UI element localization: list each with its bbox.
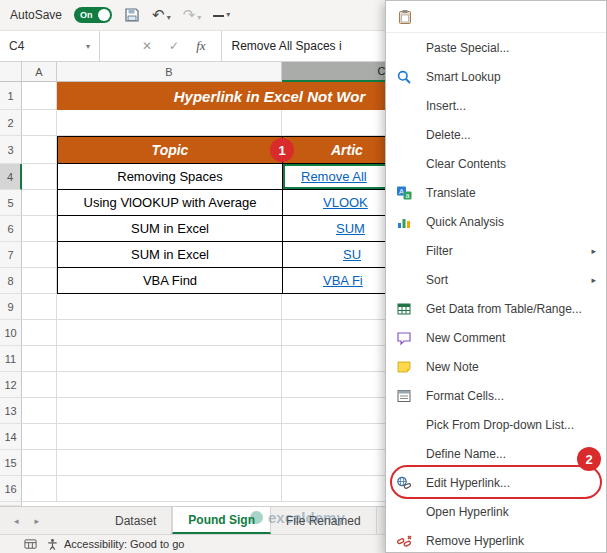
cancel-icon[interactable]: ✕ [142, 39, 152, 53]
menu-item-quick-analysis[interactable]: Quick Analysis [386, 207, 606, 236]
cell-a15[interactable] [22, 450, 57, 476]
menu-item-insert[interactable]: Insert... [386, 91, 606, 120]
cell-b16[interactable] [57, 476, 282, 502]
menu-item-new-note[interactable]: New Note [386, 352, 606, 381]
cell-a4[interactable] [22, 164, 57, 190]
row-header-6[interactable]: 6 [0, 216, 22, 242]
row-header-3[interactable]: 3 [0, 136, 22, 164]
menu-item-define-name[interactable]: Define Name... [386, 439, 606, 468]
menu-item-label: Open Hyperlink [426, 505, 509, 519]
row-header-2[interactable]: 2 [0, 110, 22, 136]
menu-item-filter[interactable]: Filter ▸ [386, 236, 606, 265]
menu-item-label: Format Cells... [426, 389, 504, 403]
cell-a1[interactable] [22, 82, 57, 110]
menu-item-label: Clear Contents [426, 157, 506, 171]
menu-item-label: Paste Special... [426, 41, 509, 55]
insert-function-button[interactable]: fx [196, 38, 205, 54]
row-header-10[interactable]: 10 [0, 320, 22, 346]
cell-b5[interactable]: Using VlOOKUP with Average [57, 190, 282, 216]
tab-scroll-right-icon[interactable]: ▸ [35, 516, 40, 526]
sheet-tab-file-renamed[interactable]: File Renamed [271, 507, 377, 534]
menu-item-label: Get Data from Table/Range... [426, 302, 582, 316]
cell-b9[interactable] [57, 294, 282, 320]
menu-item-paste-special[interactable]: Paste Special... [386, 33, 606, 62]
row-header-9[interactable]: 9 [0, 294, 22, 320]
name-box[interactable]: C4 ▾ [0, 31, 100, 61]
cell-a16[interactable] [22, 476, 57, 502]
cell-b11[interactable] [57, 346, 282, 372]
menu-item-pick-from-list[interactable]: Pick From Drop-down List... [386, 410, 606, 439]
chevron-down-icon: ▾ [86, 42, 90, 51]
tab-scroll-left-icon[interactable]: ◂ [14, 516, 19, 526]
cell-b4[interactable]: Removing Spaces [57, 164, 282, 190]
row-header-16[interactable]: 16 [0, 476, 22, 502]
paste-clipboard-icon[interactable] [397, 9, 413, 25]
table-icon [396, 301, 412, 317]
menu-item-remove-hyperlink[interactable]: Remove Hyperlink [386, 526, 606, 553]
menu-item-format-cells[interactable]: Format Cells... [386, 381, 606, 410]
cell-a10[interactable] [22, 320, 57, 346]
cell-b14[interactable] [57, 424, 282, 450]
cell-a9[interactable] [22, 294, 57, 320]
menu-item-label: New Comment [426, 331, 505, 345]
cell-b2[interactable] [57, 110, 282, 136]
cell-b13[interactable] [57, 398, 282, 424]
cell-b12[interactable] [57, 372, 282, 398]
cell-a13[interactable] [22, 398, 57, 424]
column-header-a[interactable]: A [22, 62, 57, 82]
enter-check-icon[interactable]: ✓ [169, 39, 179, 53]
row-header-7[interactable]: 7 [0, 242, 22, 268]
cell-a8[interactable] [22, 268, 57, 294]
customize-toolbar-button[interactable]: ▾ [213, 10, 230, 21]
undo-button[interactable]: ↶ ▾ [152, 6, 171, 24]
cell-b7[interactable]: SUM in Excel [57, 242, 282, 268]
toggle-knob-icon [98, 9, 110, 21]
menu-item-delete[interactable]: Delete... [386, 120, 606, 149]
table-header-topic[interactable]: Topic [57, 136, 282, 164]
cell-a12[interactable] [22, 372, 57, 398]
cell-b10[interactable] [57, 320, 282, 346]
context-menu: Paste Special... Smart Lookup Insert... … [385, 0, 607, 553]
menu-item-smart-lookup[interactable]: Smart Lookup [386, 62, 606, 91]
sheet-tab-pound-sign[interactable]: Pound Sign [172, 507, 271, 534]
select-all-corner[interactable] [0, 62, 22, 82]
sheet-tab-dataset[interactable]: Dataset [100, 507, 172, 534]
accessibility-status[interactable]: Accessibility: Good to go [46, 538, 184, 551]
row-header-11[interactable]: 11 [0, 346, 22, 372]
menu-item-label: Delete... [426, 128, 471, 142]
row-header-5[interactable]: 5 [0, 190, 22, 216]
row-header-14[interactable]: 14 [0, 424, 22, 450]
menu-item-sort[interactable]: Sort ▸ [386, 265, 606, 294]
cell-b6[interactable]: SUM in Excel [57, 216, 282, 242]
cell-b15[interactable] [57, 450, 282, 476]
autosave-toggle[interactable]: On [74, 7, 112, 23]
column-header-b[interactable]: B [57, 62, 282, 82]
save-button[interactable] [124, 7, 140, 23]
cell-b8[interactable]: VBA Find [57, 268, 282, 294]
cell-a2[interactable] [22, 110, 57, 136]
svg-text:a: a [406, 192, 410, 199]
menu-item-label: Sort [426, 273, 448, 287]
menu-item-edit-hyperlink[interactable]: Edit Hyperlink... [386, 468, 606, 497]
menu-item-translate[interactable]: Aa Translate [386, 178, 606, 207]
menu-item-get-data[interactable]: Get Data from Table/Range... [386, 294, 606, 323]
menu-item-new-comment[interactable]: New Comment [386, 323, 606, 352]
cell-a7[interactable] [22, 242, 57, 268]
menu-item-clear-contents[interactable]: Clear Contents [386, 149, 606, 178]
format-cells-icon [396, 388, 412, 404]
row-header-13[interactable]: 13 [0, 398, 22, 424]
cell-a5[interactable] [22, 190, 57, 216]
row-header-15[interactable]: 15 [0, 450, 22, 476]
cell-a11[interactable] [22, 346, 57, 372]
cell-a3[interactable] [22, 136, 57, 164]
row-header-8[interactable]: 8 [0, 268, 22, 294]
menu-item-label: Insert... [426, 99, 466, 113]
row-header-1[interactable]: 1 [0, 82, 22, 110]
cell-a6[interactable] [22, 216, 57, 242]
menu-item-open-hyperlink[interactable]: Open Hyperlink [386, 497, 606, 526]
row-header-12[interactable]: 12 [0, 372, 22, 398]
redo-button[interactable]: ↷ ▾ [183, 6, 202, 24]
row-header-4[interactable]: 4 [0, 164, 22, 190]
cell-a14[interactable] [22, 424, 57, 450]
formula-bar-buttons: ✕ ✓ fx [100, 31, 222, 61]
